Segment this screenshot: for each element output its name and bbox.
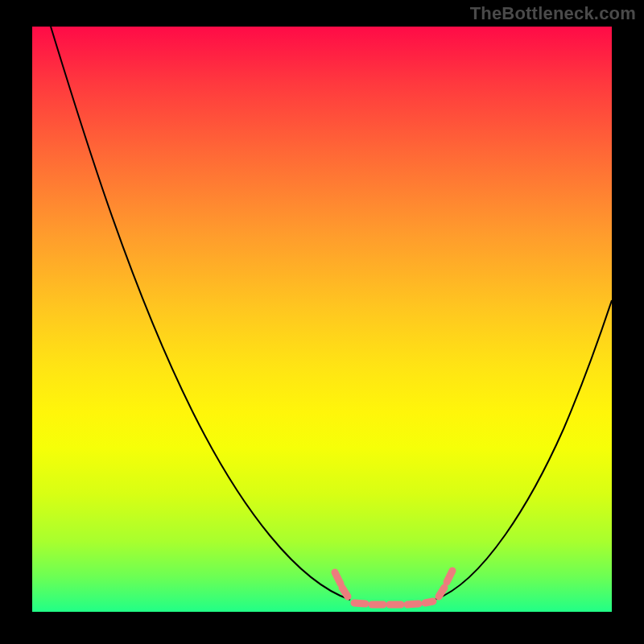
chart-frame: TheBottleneck.com: [0, 0, 644, 644]
svg-line-6: [425, 601, 433, 603]
left-dash-group: [335, 572, 348, 597]
plot-area: [32, 27, 612, 612]
curve-layer: [32, 27, 612, 612]
svg-line-1: [342, 588, 348, 597]
right-curve: [435, 300, 612, 600]
bottom-dash-group: [354, 601, 433, 605]
svg-line-5: [407, 604, 419, 605]
svg-line-7: [439, 588, 444, 597]
left-curve: [51, 27, 350, 600]
watermark-text: TheBottleneck.com: [470, 3, 636, 24]
svg-line-0: [335, 572, 341, 584]
svg-line-2: [354, 603, 365, 604]
svg-line-8: [447, 571, 452, 582]
